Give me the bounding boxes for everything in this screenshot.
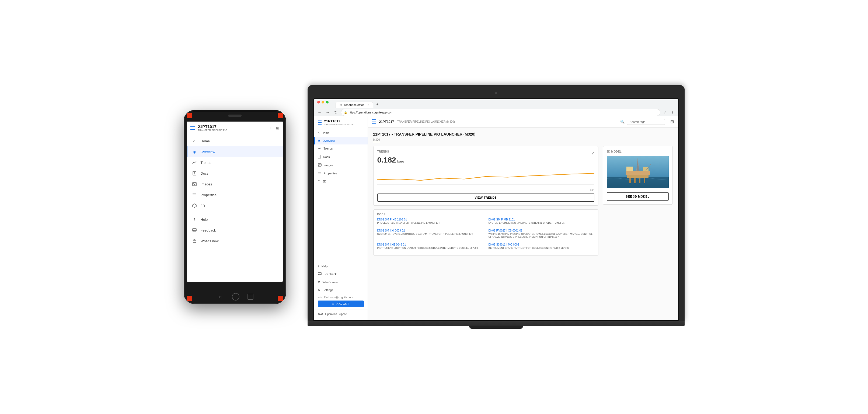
laptop-base	[308, 321, 685, 326]
tab-close-button[interactable]: ×	[368, 104, 369, 107]
phone-menu-button[interactable]	[190, 126, 195, 130]
svg-rect-29	[639, 178, 641, 183]
svg-marker-9	[192, 204, 196, 208]
topbar-menu-button[interactable]	[372, 119, 376, 124]
sidebar-overview[interactable]: ◉ Overview	[314, 137, 368, 145]
trends-unit: barg	[397, 159, 404, 163]
scene: 21PT1017 TRANSFER PIPELINE PIG... ← ⊞ ⌂ …	[184, 85, 685, 329]
home-icon: ⌂	[192, 139, 197, 143]
whats-new-icon	[192, 239, 197, 243]
phone-nav-images[interactable]: Images	[187, 179, 283, 189]
browser-back-button[interactable]: ←	[317, 110, 323, 115]
trends-icon	[192, 160, 197, 165]
sidebar-settings[interactable]: ⚙ Settings	[314, 286, 368, 294]
sidebar-home[interactable]: ⌂ Home	[314, 129, 368, 137]
phone-screen: 21PT1017 TRANSFER PIPELINE PIG... ← ⊞ ⌂ …	[187, 122, 283, 282]
browser-refresh-button[interactable]: ↻	[333, 110, 339, 115]
search-icon: 🔍	[620, 120, 624, 124]
phone-back-button[interactable]: ◁	[216, 293, 224, 300]
browser-traffic-lights	[317, 101, 329, 104]
tab-title: Tenant selector	[344, 103, 364, 107]
sidebar-docs[interactable]: Docs	[314, 153, 368, 161]
svg-rect-27	[629, 178, 631, 183]
phone-nav-3d[interactable]: 3D	[187, 200, 283, 211]
logout-icon: ⎋	[332, 302, 334, 305]
laptop-device: ⊞ Tenant selector × + ← → ↻	[308, 85, 685, 329]
laptop-screen: ⊞ Tenant selector × + ← → ↻	[314, 99, 678, 320]
doc-item: DN02-FA0027-I-XS-0001-01 WIRING DIAGRAM …	[489, 229, 594, 239]
sidebar-menu-button[interactable]	[318, 120, 321, 125]
browser-star-button[interactable]: ☆	[662, 110, 669, 115]
sidebar-3d[interactable]: ⬡ 3D	[314, 177, 368, 185]
phone-home-button[interactable]	[232, 293, 240, 300]
phone-asset-subtitle: TRANSFER PIPELINE PIG...	[198, 129, 229, 131]
doc-link-3[interactable]: DN02-SM-I-XI-0029-02	[377, 229, 483, 232]
docs-card-title: DOCS	[377, 213, 594, 216]
laptop-screen-outer: ⊞ Tenant selector × + ← → ↻	[313, 98, 679, 321]
traffic-minimize[interactable]	[321, 101, 324, 104]
phone-nav-home[interactable]: ⌂ Home	[187, 136, 283, 146]
new-tab-button[interactable]: +	[374, 101, 381, 108]
phone-nav-overview[interactable]: ◉ Overview	[187, 146, 283, 157]
browser-active-tab[interactable]: ⊞ Tenant selector ×	[336, 101, 373, 108]
sidebar-images-icon	[318, 163, 321, 167]
panel-left: TRENDS ⤢ 0.182 barg	[373, 146, 598, 256]
logout-button[interactable]: ⎋ LOG OUT	[318, 300, 364, 307]
view-trends-button[interactable]: VIEW TRENDS	[377, 194, 594, 202]
sidebar-feedback[interactable]: Feedback	[314, 270, 368, 278]
sidebar-home-icon: ⌂	[318, 131, 320, 135]
app-sidebar: 21PT1017 TRANSFER PIPELINE PIG LAUNCHER …	[314, 116, 368, 320]
topbar-expand-icon[interactable]: ⊞	[670, 119, 674, 124]
phone-back-arrow[interactable]: ←	[269, 126, 273, 130]
phone-nav-docs[interactable]: Docs	[187, 168, 283, 179]
browser-forward-button[interactable]: →	[325, 110, 331, 115]
sidebar-docs-icon	[318, 155, 321, 159]
phone-expand-icon[interactable]: ⊞	[276, 126, 279, 130]
svg-rect-37	[626, 167, 633, 171]
sidebar-overview-icon: ◉	[318, 139, 320, 142]
phone-nav-properties[interactable]: Properties	[187, 189, 283, 200]
traffic-close[interactable]	[317, 101, 320, 104]
svg-rect-28	[634, 178, 636, 183]
phone-nav-feedback[interactable]: Feedback	[187, 225, 283, 236]
sidebar-whats-new[interactable]: ⚑ What's new	[314, 278, 368, 286]
see-3d-button[interactable]: SEE 3D MODEL	[607, 193, 669, 201]
doc-link-1[interactable]: DN02-SM-P-XB-2103-01	[377, 218, 483, 221]
doc-link-4[interactable]: DN02-FA0027-I-XS-0001-01	[489, 229, 594, 232]
sidebar-help[interactable]: ? Help	[314, 263, 368, 270]
sidebar-images[interactable]: Images	[314, 161, 368, 169]
sidebar-help-icon: ?	[318, 265, 319, 268]
phone-nav-trends[interactable]: Trends	[187, 157, 283, 168]
sidebar-trends-label: Trends	[324, 147, 333, 150]
traffic-maximize[interactable]	[326, 101, 329, 104]
sidebar-whats-new-icon: ⚑	[318, 280, 320, 284]
sidebar-docs-label: Docs	[323, 155, 330, 158]
docs-card: DOCS DN02-SM-P-XB-2103-01 PROCESS P&ID T…	[373, 209, 598, 256]
app-topbar: 21PT1017 TRANSFER PIPELINE PIG LAUNCHER …	[368, 116, 678, 128]
search-box[interactable]	[627, 119, 665, 125]
topbar-search: 🔍	[620, 119, 665, 125]
doc-link-5[interactable]: DN02-SM-I-XE-0046-01	[377, 243, 483, 246]
doc-desc-1: PROCESS P&ID TRANSFER PIPELINE PIG LAUNC…	[377, 221, 483, 225]
phone-nav-bar: ◁	[216, 293, 253, 300]
phone-nav-whats-new[interactable]: What's new	[187, 236, 283, 246]
sidebar-settings-icon: ⚙	[318, 288, 320, 292]
laptop-body: ⊞ Tenant selector × + ← → ↻	[308, 85, 685, 321]
browser-url-bar[interactable]: 🔒 https://operations.cogniteapp.com	[341, 109, 660, 116]
trends-expand-icon[interactable]: ⤢	[591, 151, 594, 155]
search-input[interactable]	[630, 120, 662, 123]
sidebar-properties[interactable]: Properties	[314, 169, 368, 177]
sidebar-help-label: Help	[321, 265, 328, 268]
doc-link-6[interactable]: DN02-S09011-I-MC-0002	[489, 243, 594, 246]
laptop-stand	[469, 326, 523, 329]
doc-desc-4: WIRING DIAGRAM PIGGING OPERATION PANEL 2…	[489, 233, 594, 239]
trend-time-label: 24h	[377, 189, 594, 191]
browser-menu-button[interactable]: ⋮	[670, 110, 676, 115]
sidebar-properties-icon	[318, 171, 321, 175]
doc-link-2[interactable]: DN02-SM-P-MB-2101	[489, 218, 594, 221]
sidebar-asset-info: 21PT1017 TRANSFER PIPELINE PIG LAUNCHER …	[324, 119, 356, 126]
phone-recent-button[interactable]	[248, 294, 253, 300]
help-icon: ?	[192, 217, 197, 222]
sidebar-trends[interactable]: Trends	[314, 145, 368, 153]
phone-nav-help[interactable]: ? Help	[187, 214, 283, 225]
